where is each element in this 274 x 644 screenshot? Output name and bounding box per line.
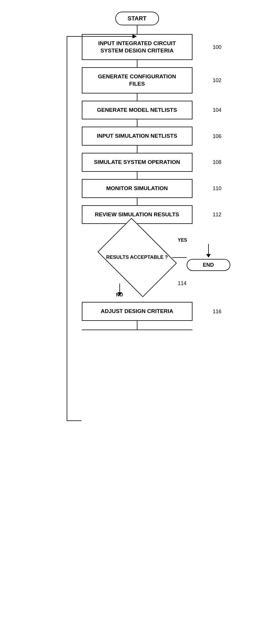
step-112-wrapper: REVIEW SIMULATION RESULTS 112 bbox=[35, 205, 239, 224]
step-108-box: SIMULATE SYSTEM OPERATION bbox=[82, 153, 192, 172]
step-102-box: GENERATE CONFIGURATION FILES bbox=[82, 67, 192, 93]
step-110-box: MONITOR SIMULATION bbox=[82, 179, 192, 198]
bottom-hline bbox=[82, 330, 192, 330]
end-pill: END bbox=[187, 259, 230, 271]
step-116-wrapper: ADJUST DESIGN CRITERIA 116 bbox=[35, 302, 239, 321]
step-100-label: 100 bbox=[213, 44, 221, 50]
yes-arrow bbox=[206, 254, 211, 258]
yes-label: YES bbox=[178, 238, 187, 243]
start-pill: START bbox=[115, 12, 159, 25]
no-vline-top bbox=[119, 284, 120, 292]
step-100-box: INPUT INTEGRATED CIRCUIT SYSTEM DESIGN C… bbox=[82, 34, 192, 60]
decision-text: RESULTS ACCEPTABLE ? bbox=[106, 254, 168, 261]
step-106-box: INPUT SIMULATION NETLISTS bbox=[82, 127, 192, 146]
step-112-box: REVIEW SIMULATION RESULTS bbox=[82, 205, 192, 224]
decision-wrapper: RESULTS ACCEPTABLE ? 114 YES END bbox=[35, 231, 239, 284]
step-100-wrapper: INPUT INTEGRATED CIRCUIT SYSTEM DESIGN C… bbox=[35, 34, 239, 60]
step-110-wrapper: MONITOR SIMULATION 110 bbox=[35, 179, 239, 198]
decision-diamond: RESULTS ACCEPTABLE ? 114 bbox=[102, 231, 172, 284]
step-102-label: 102 bbox=[213, 77, 221, 84]
decision-label: 114 bbox=[178, 280, 186, 286]
yes-vline bbox=[208, 244, 209, 254]
yes-end-block: YES END bbox=[187, 244, 230, 271]
step-116-box: ADJUST DESIGN CRITERIA bbox=[82, 302, 192, 321]
yes-hline bbox=[172, 257, 187, 258]
step-116-label: 116 bbox=[213, 308, 221, 314]
no-arrow bbox=[117, 292, 122, 296]
loop-wrapper: INPUT INTEGRATED CIRCUIT SYSTEM DESIGN C… bbox=[35, 34, 239, 330]
yes-path: YES END bbox=[172, 244, 230, 271]
step-106-wrapper: INPUT SIMULATION NETLISTS 106 bbox=[35, 127, 239, 146]
step-102-wrapper: GENERATE CONFIGURATION FILES 102 bbox=[35, 67, 239, 93]
step-104-wrapper: GENERATE MODEL NETLISTS 104 bbox=[35, 101, 239, 120]
step-108-label: 108 bbox=[213, 159, 221, 165]
no-label-wrapper bbox=[119, 284, 120, 292]
step-106-label: 106 bbox=[213, 133, 221, 139]
start-node: START bbox=[115, 12, 159, 25]
step-104-box: GENERATE MODEL NETLISTS bbox=[82, 101, 192, 120]
bottom-vline bbox=[137, 321, 137, 330]
step-104-label: 104 bbox=[213, 107, 221, 113]
step-108-wrapper: SIMULATE SYSTEM OPERATION 108 bbox=[35, 153, 239, 172]
step-112-label: 112 bbox=[213, 211, 221, 217]
flowchart-container: START INPUT INTEGRATED CIRCUIT SYSTEM DE… bbox=[35, 6, 239, 330]
step-110-label: 110 bbox=[213, 185, 221, 192]
